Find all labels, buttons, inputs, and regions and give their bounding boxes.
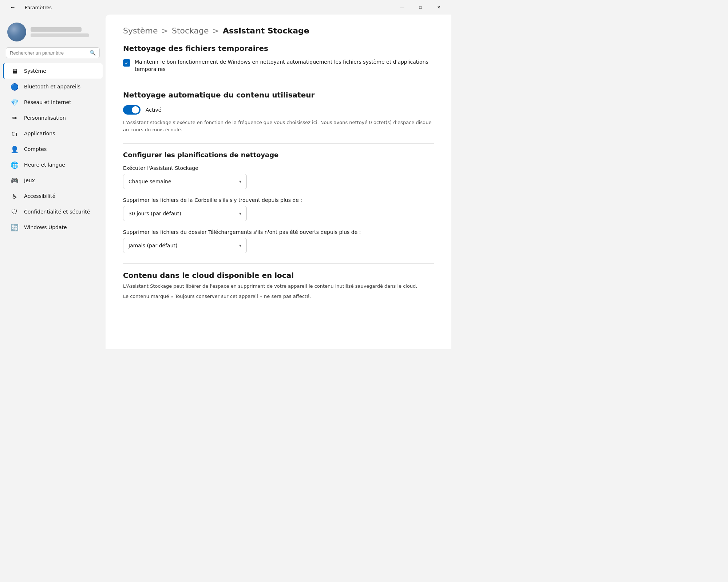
accessibilite-icon: ♿ bbox=[10, 192, 19, 200]
auto-cleanup-section: Nettoyage automatique du contenu utilisa… bbox=[123, 91, 434, 133]
temp-files-title: Nettoyage des fichiers temporaires bbox=[123, 44, 434, 53]
telechargements-dropdown-value: Jamais (par défaut) bbox=[128, 243, 178, 248]
content-area: 🔍 🖥 Système 🔵 Bluetooth et appareils 💎 R… bbox=[0, 15, 451, 349]
cloud-title: Contenu dans le cloud disponible en loca… bbox=[123, 271, 434, 280]
temp-files-checkbox[interactable] bbox=[123, 59, 130, 67]
window-controls: — □ ✕ bbox=[394, 1, 447, 13]
sidebar-item-applications[interactable]: 🗂 Applications bbox=[3, 126, 103, 141]
back-button[interactable]: ← bbox=[4, 1, 21, 13]
toggle-knob bbox=[132, 106, 139, 113]
applications-icon: 🗂 bbox=[10, 129, 19, 138]
close-button[interactable]: ✕ bbox=[430, 1, 447, 13]
heure-icon: 🌐 bbox=[10, 160, 19, 169]
sidebar-item-label: Windows Update bbox=[24, 224, 67, 230]
cloud-desc2: Le contenu marqué « Toujours conserver s… bbox=[123, 293, 434, 300]
sidebar-item-label: Heure et langue bbox=[24, 162, 65, 168]
sidebar-item-label: Confidentialité et sécurité bbox=[24, 209, 90, 215]
run-dropdown-arrow: ▾ bbox=[239, 179, 241, 184]
settings-window: ← Paramètres — □ ✕ 🔍 bbox=[0, 0, 451, 349]
sidebar-item-jeux[interactable]: 🎮 Jeux bbox=[3, 173, 103, 188]
avatar bbox=[7, 23, 26, 41]
sidebar-item-heure[interactable]: 🌐 Heure et langue bbox=[3, 157, 103, 172]
corbeille-dropdown-value: 30 jours (par défaut) bbox=[128, 211, 181, 216]
reseau-icon: 💎 bbox=[10, 98, 19, 107]
sidebar-item-comptes[interactable]: 👤 Comptes bbox=[3, 141, 103, 157]
cloud-section: Contenu dans le cloud disponible en loca… bbox=[123, 271, 434, 300]
title-bar-left: ← Paramètres bbox=[4, 1, 52, 13]
sidebar-item-label: Réseau et Internet bbox=[24, 99, 71, 105]
sidebar-item-bluetooth[interactable]: 🔵 Bluetooth et appareils bbox=[3, 79, 103, 94]
temp-files-checkbox-label: Maintenir le bon fonctionnement de Windo… bbox=[135, 59, 434, 73]
confidentialite-icon: 🛡 bbox=[10, 207, 19, 216]
user-info bbox=[31, 27, 89, 37]
divider3 bbox=[123, 263, 434, 264]
breadcrumb: Système > Stockage > Assistant Stockage bbox=[123, 26, 434, 35]
search-input[interactable] bbox=[10, 50, 87, 56]
minimize-button[interactable]: — bbox=[394, 1, 411, 13]
auto-cleanup-title: Nettoyage automatique du contenu utilisa… bbox=[123, 91, 434, 99]
telechargements-label: Supprimer les fichiers du dossier Téléch… bbox=[123, 229, 434, 235]
auto-cleanup-toggle-label: Activé bbox=[146, 107, 161, 113]
comptes-icon: 👤 bbox=[10, 145, 19, 154]
breadcrumb-part1: Système bbox=[123, 26, 158, 35]
jeux-icon: 🎮 bbox=[10, 176, 19, 185]
temp-files-checkbox-row: Maintenir le bon fonctionnement de Windo… bbox=[123, 59, 434, 73]
breadcrumb-sep1: > bbox=[162, 26, 168, 35]
search-box[interactable]: 🔍 bbox=[6, 47, 100, 58]
sidebar-item-reseau[interactable]: 💎 Réseau et Internet bbox=[3, 95, 103, 110]
temp-files-section: Nettoyage des fichiers temporaires Maint… bbox=[123, 44, 434, 73]
sidebar-item-label: Applications bbox=[24, 131, 55, 136]
run-dropdown[interactable]: Chaque semaine ▾ bbox=[123, 174, 247, 189]
corbeille-dropdown-wrapper: 30 jours (par défaut) ▾ bbox=[123, 206, 434, 221]
sidebar-item-label: Bluetooth et appareils bbox=[24, 84, 80, 89]
corbeille-dropdown-arrow: ▾ bbox=[239, 211, 241, 216]
systeme-icon: 🖥 bbox=[10, 67, 19, 75]
telechargements-dropdown-arrow: ▾ bbox=[239, 243, 241, 248]
run-dropdown-value: Chaque semaine bbox=[128, 179, 171, 184]
auto-cleanup-toggle-row: Activé bbox=[123, 105, 434, 115]
planning-title: Configurer les planifications de nettoya… bbox=[123, 151, 434, 159]
breadcrumb-sep2: > bbox=[213, 26, 219, 35]
sidebar-item-confidentialite[interactable]: 🛡 Confidentialité et sécurité bbox=[3, 204, 103, 219]
sidebar-item-label: Comptes bbox=[24, 146, 47, 152]
windows-update-icon: 🔄 bbox=[10, 223, 19, 232]
user-profile bbox=[0, 19, 106, 47]
main-content: Système > Stockage > Assistant Stockage … bbox=[106, 15, 451, 349]
personnalisation-icon: ✏️ bbox=[10, 113, 19, 122]
sidebar-item-label: Système bbox=[24, 68, 46, 74]
divider1 bbox=[123, 83, 434, 83]
breadcrumb-part2: Stockage bbox=[172, 26, 209, 35]
telechargements-dropdown[interactable]: Jamais (par défaut) ▾ bbox=[123, 238, 247, 253]
corbeille-dropdown[interactable]: 30 jours (par défaut) ▾ bbox=[123, 206, 247, 221]
sidebar-item-accessibilite[interactable]: ♿ Accessibilité bbox=[3, 188, 103, 204]
sidebar: 🔍 🖥 Système 🔵 Bluetooth et appareils 💎 R… bbox=[0, 15, 106, 349]
sidebar-item-label: Accessibilité bbox=[24, 193, 55, 199]
run-label: Exécuter l'Assistant Stockage bbox=[123, 165, 434, 171]
sidebar-item-personnalisation[interactable]: ✏️ Personnalisation bbox=[3, 110, 103, 125]
title-bar: ← Paramètres — □ ✕ bbox=[0, 0, 451, 15]
planning-section: Configurer les planifications de nettoya… bbox=[123, 151, 434, 253]
maximize-button[interactable]: □ bbox=[412, 1, 429, 13]
user-email bbox=[31, 33, 89, 37]
sidebar-item-windows-update[interactable]: 🔄 Windows Update bbox=[3, 220, 103, 235]
sidebar-item-label: Jeux bbox=[24, 178, 35, 183]
auto-cleanup-toggle[interactable] bbox=[123, 105, 141, 115]
sidebar-item-label: Personnalisation bbox=[24, 115, 66, 121]
sidebar-item-systeme[interactable]: 🖥 Système bbox=[3, 63, 103, 79]
search-icon: 🔍 bbox=[90, 50, 96, 56]
cloud-desc1: L'Assistant Stockage peut libérer de l'e… bbox=[123, 283, 434, 290]
corbeille-label: Supprimer les fichiers de la Corbeille s… bbox=[123, 197, 434, 203]
divider2 bbox=[123, 143, 434, 144]
breadcrumb-part3: Assistant Stockage bbox=[223, 26, 309, 35]
window-title: Paramètres bbox=[25, 5, 52, 10]
bluetooth-icon: 🔵 bbox=[10, 82, 19, 91]
user-name bbox=[31, 27, 82, 32]
auto-cleanup-description: L'Assistant stockage s'exécute en foncti… bbox=[123, 119, 434, 133]
